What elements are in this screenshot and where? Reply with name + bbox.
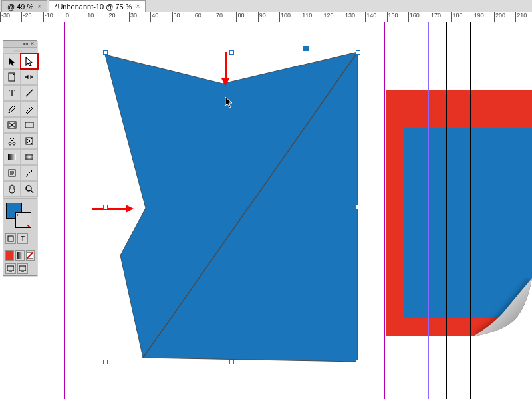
document-tab[interactable]: @ 49 %×	[1, 0, 47, 12]
selection-handle[interactable]	[103, 360, 108, 364]
gap-tool[interactable]	[21, 69, 38, 85]
apply-none[interactable]	[26, 250, 35, 261]
free-transform-tool[interactable]	[21, 133, 38, 149]
selection-center-icon	[229, 205, 233, 208]
tools-panel-titlebar[interactable]: ◂◂ ✕	[3, 41, 37, 48]
formatting-container[interactable]	[5, 233, 16, 244]
fill-stroke-swatch[interactable]	[3, 200, 37, 232]
direct-selection-tool[interactable]	[21, 53, 38, 69]
guide-line[interactable]	[446, 22, 447, 399]
selection-handle[interactable]	[356, 50, 360, 55]
stroke-swatch[interactable]	[15, 212, 31, 228]
guide-line[interactable]	[470, 22, 471, 399]
selection-handle[interactable]	[103, 50, 108, 55]
selection-handle[interactable]	[103, 205, 108, 209]
selection-tool[interactable]	[3, 53, 21, 69]
close-tab-icon[interactable]: ×	[136, 3, 140, 10]
selection-handle[interactable]	[356, 205, 360, 209]
rectangle-frame-tool[interactable]	[3, 117, 21, 133]
formatting-affects-row	[3, 232, 37, 245]
panel-grip-icon[interactable]: :::::::	[3, 48, 37, 53]
horizontal-ruler: -30-20-100102030405060708090100110120130…	[0, 12, 532, 23]
annotation-arrow-down-icon	[221, 52, 229, 86]
type-tool[interactable]	[3, 85, 21, 101]
apply-color[interactable]	[5, 250, 14, 261]
close-tab-icon[interactable]: ×	[37, 3, 41, 10]
selection-handle[interactable]	[356, 360, 360, 364]
annotation-arrow-right-icon	[92, 205, 134, 213]
guide-line[interactable]	[384, 22, 385, 399]
blue-polygon-shape[interactable]	[10, 22, 532, 399]
rectangle-tool[interactable]	[21, 117, 38, 133]
zoom-tool[interactable]	[21, 181, 38, 197]
guide-line[interactable]	[428, 22, 429, 399]
tool-grid	[3, 53, 37, 197]
pencil-tool[interactable]	[21, 101, 38, 117]
gradient-feather-tool[interactable]	[21, 149, 38, 165]
collapse-icon[interactable]: ◂◂	[23, 41, 28, 47]
selection-handle[interactable]	[229, 50, 234, 55]
tools-panel[interactable]: ◂◂ ✕ :::::::	[3, 40, 37, 276]
document-tab[interactable]: *Unbenannt-10 @ 75 %×	[49, 0, 146, 12]
normal-mode[interactable]	[5, 263, 16, 274]
preview-mode[interactable]	[17, 263, 28, 274]
selection-indicator-icon	[303, 46, 309, 51]
document-tab-label: @ 49 %	[7, 3, 33, 11]
note-tool[interactable]	[3, 165, 21, 181]
pen-tool[interactable]	[3, 101, 21, 117]
hand-tool[interactable]	[3, 181, 21, 197]
close-icon[interactable]: ✕	[30, 41, 35, 47]
line-tool[interactable]	[21, 85, 38, 101]
scissors-tool[interactable]	[3, 133, 21, 149]
page-tool[interactable]	[3, 69, 21, 85]
guide-line[interactable]	[64, 22, 65, 399]
document-canvas[interactable]	[10, 22, 532, 399]
document-tab-label: *Unbenannt-10 @ 75 %	[55, 3, 132, 11]
eyedropper-tool[interactable]	[21, 165, 38, 181]
guide-line[interactable]	[527, 22, 527, 399]
document-tab-bar: @ 49 %×*Unbenannt-10 @ 75 %×	[0, 0, 532, 13]
screen-mode-row	[3, 262, 37, 275]
formatting-text[interactable]	[17, 233, 28, 244]
apply-gradient[interactable]	[15, 250, 24, 261]
apply-color-row	[3, 249, 37, 262]
selection-handle[interactable]	[229, 360, 234, 364]
gradient-swatch-tool[interactable]	[3, 149, 21, 165]
